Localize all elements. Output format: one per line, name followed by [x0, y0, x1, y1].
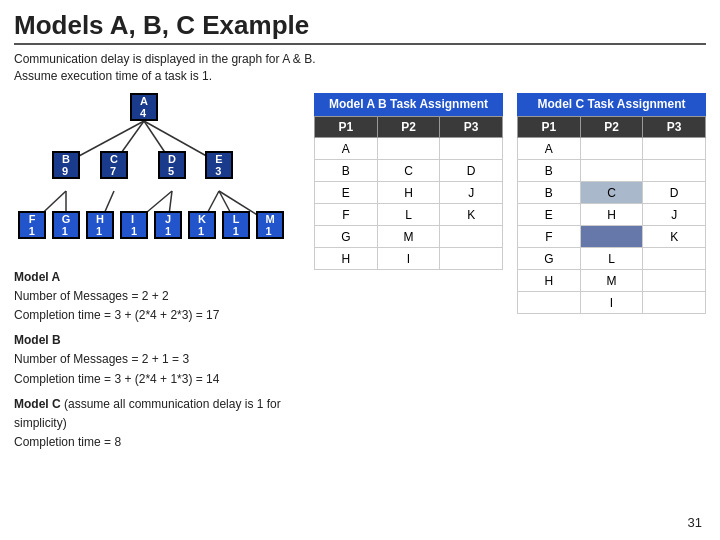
node-B: B9 [52, 151, 80, 179]
table-row: F K [518, 226, 706, 248]
model-a-info: Model A Number of Messages = 2 + 2 Compl… [14, 268, 304, 326]
model-ab-table: Model A B Task Assignment P1 P2 P3 A [314, 93, 503, 459]
col-p2-ab: P2 [377, 117, 440, 138]
col-p1-c: P1 [518, 117, 581, 138]
node-K: K1 [188, 211, 216, 239]
node-J: J1 [154, 211, 182, 239]
page-title: Models A, B, C Example [14, 10, 706, 45]
model-ab-tbl: P1 P2 P3 A B C [314, 116, 503, 270]
table-row: H I [315, 248, 503, 270]
model-c-table: Model C Task Assignment P1 P2 P3 A [517, 93, 706, 459]
model-ab-header: Model A B Task Assignment [314, 93, 503, 117]
table-row: A [518, 138, 706, 160]
col-p1-ab: P1 [315, 117, 378, 138]
node-D: D5 [158, 151, 186, 179]
col-p3-c: P3 [643, 117, 706, 138]
table-row: I [518, 292, 706, 314]
left-panel: A 4 B9 C7 D5 E3 F [14, 93, 304, 459]
node-C: C7 [100, 151, 128, 179]
model-c-info: Model C (assume all communication delay … [14, 395, 304, 453]
info-text: Model A Number of Messages = 2 + 2 Compl… [14, 268, 304, 453]
page-number: 31 [688, 515, 702, 530]
node-M: M1 [256, 211, 284, 239]
node-A: A 4 [130, 93, 158, 121]
table-row: G M [315, 226, 503, 248]
tree-diagram: A 4 B9 C7 D5 E3 F [14, 93, 304, 258]
node-E: E3 [205, 151, 233, 179]
model-c-header: Model C Task Assignment [517, 93, 706, 117]
node-I: I1 [120, 211, 148, 239]
table-row: B C D [518, 182, 706, 204]
table-row: E H J [315, 182, 503, 204]
node-H: H1 [86, 211, 114, 239]
table-row: G L [518, 248, 706, 270]
tables-area: Model A B Task Assignment P1 P2 P3 A [314, 93, 706, 459]
table-row: B [518, 160, 706, 182]
node-G: G1 [52, 211, 80, 239]
model-c-tbl: P1 P2 P3 A B [517, 116, 706, 314]
table-row: F L K [315, 204, 503, 226]
page: Models A, B, C Example Communication del… [0, 0, 720, 540]
table-row: H M [518, 270, 706, 292]
col-p3-ab: P3 [440, 117, 503, 138]
model-b-info: Model B Number of Messages = 2 + 1 = 3 C… [14, 331, 304, 389]
table-row: B C D [315, 160, 503, 182]
subtitle: Communication delay is displayed in the … [14, 51, 706, 85]
node-F: F1 [18, 211, 46, 239]
table-row: E H J [518, 204, 706, 226]
table-row: A [315, 138, 503, 160]
col-p2-c: P2 [580, 117, 643, 138]
node-L: L1 [222, 211, 250, 239]
